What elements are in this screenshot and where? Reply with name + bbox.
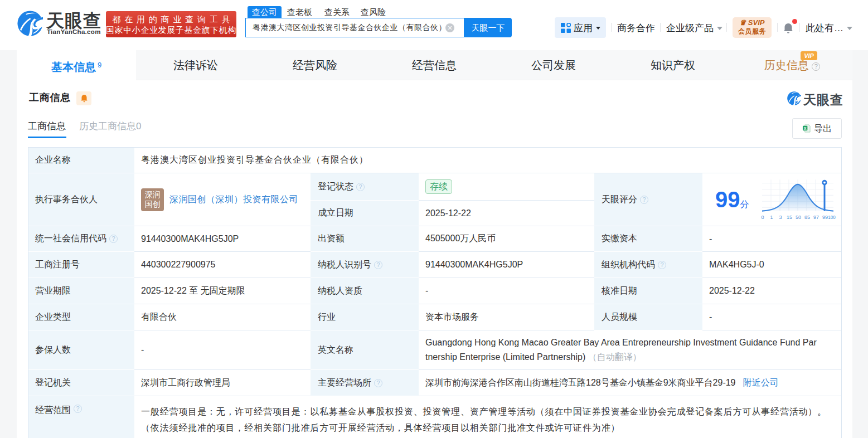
svg-text:99: 99: [822, 213, 828, 220]
svg-text:15: 15: [787, 213, 792, 220]
svg-text:50: 50: [796, 213, 801, 220]
svg-text:100: 100: [828, 214, 836, 220]
svg-text:1: 1: [770, 213, 773, 220]
svg-text:0: 0: [761, 213, 764, 220]
svg-text:3: 3: [779, 213, 782, 220]
svg-text:85: 85: [804, 213, 810, 220]
svg-text:97: 97: [813, 213, 819, 220]
svg-text:X: X: [804, 126, 807, 130]
